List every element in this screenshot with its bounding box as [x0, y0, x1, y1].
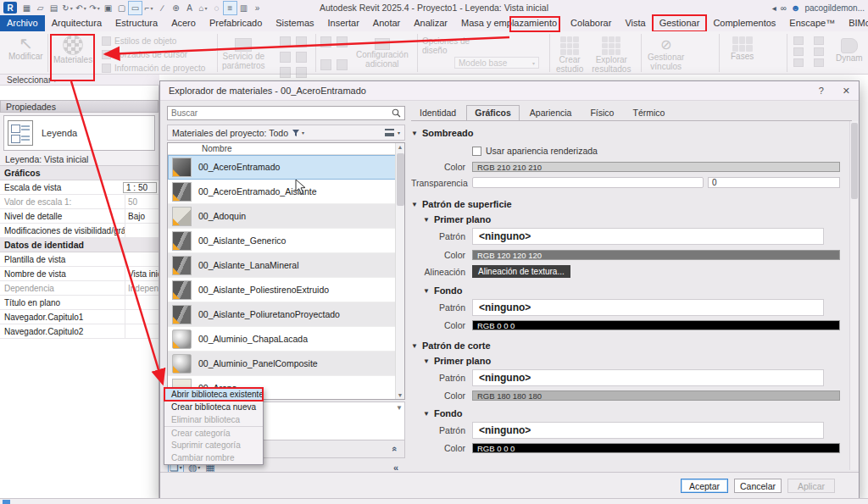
material-search-box[interactable] — [167, 106, 405, 120]
quick-access-icon[interactable]: ↶▾ — [75, 2, 87, 14]
context-menu-item[interactable]: Crear biblioteca nueva — [164, 401, 263, 413]
material-row[interactable]: 00_AceroEntramado — [168, 155, 404, 180]
material-row[interactable]: 00_Adoquin — [168, 204, 404, 229]
use-rendered-appearance-checkbox[interactable] — [472, 147, 481, 156]
collapse-left-icon[interactable]: « — [393, 462, 398, 473]
texture-alignment-button[interactable]: Alineación de textura... — [472, 265, 570, 278]
quick-access-icon[interactable]: » — [251, 2, 264, 14]
ribbon-tab[interactable]: Complementos — [706, 15, 782, 31]
material-tab[interactable]: Gráficos — [466, 105, 520, 120]
material-row[interactable]: 00_Aluminio_ChapaLacada — [168, 327, 404, 352]
view-type-button[interactable]: ▾ — [385, 129, 400, 136]
ribbon-tab[interactable]: Anotar — [366, 15, 407, 31]
ribbon-tab[interactable]: Estructura — [108, 15, 164, 31]
help-icon[interactable]: ? — [819, 86, 824, 97]
property-row[interactable]: Gráficos — [0, 166, 159, 180]
shading-color-swatch[interactable]: RGB 210 210 210 — [472, 162, 840, 172]
material-list-scrollbar[interactable]: ▲ ▼ — [395, 143, 404, 399]
ribbon-tab[interactable]: Prefabricado — [203, 15, 269, 31]
right-pane-scrollbar[interactable] — [849, 121, 858, 470]
quick-access-icon[interactable]: ∕ — [156, 2, 169, 14]
collapse-panel-icon[interactable]: ◂ — [772, 3, 776, 13]
ribbon-tab[interactable]: Archivo — [0, 15, 45, 31]
modify-button[interactable]: ↖ Modificar — [8, 35, 43, 78]
property-row[interactable]: Navegador.Capitulo2 — [0, 324, 159, 339]
property-row[interactable]: Navegador.Capitulo1 — [0, 310, 159, 324]
materials-button[interactable]: Materiales — [53, 35, 92, 78]
ribbon-tab[interactable]: Insertar — [321, 15, 366, 31]
quick-access-icon[interactable]: ▦ — [20, 2, 33, 14]
type-selector[interactable]: Leyenda — [3, 115, 155, 151]
apply-button[interactable]: Aplicar — [787, 479, 835, 493]
surface-bg-color-swatch[interactable]: RGB 0 0 0 — [472, 320, 840, 330]
search-binoculars-icon[interactable]: ∞ — [781, 3, 787, 13]
material-tab[interactable]: Físico — [581, 105, 622, 120]
parameter-service-button[interactable]: Servicio deparámetros — [222, 38, 265, 81]
cut-fg-color-swatch[interactable]: RGB 180 180 180 — [472, 390, 840, 401]
accept-button[interactable]: Aceptar — [681, 479, 728, 493]
quick-access-icon[interactable]: A — [183, 2, 196, 14]
transparency-slider[interactable] — [472, 177, 704, 188]
context-menu-item[interactable]: Suprimir categoría — [164, 439, 263, 451]
user-avatar-icon[interactable]: ☻ — [791, 3, 801, 13]
filter-icon[interactable] — [292, 129, 300, 137]
ribbon-tab[interactable]: Enscape™ — [782, 15, 842, 31]
create-study-button[interactable]: Crearestudio — [556, 36, 583, 80]
section-superficie-primer-plano[interactable]: ▼Primer plano — [423, 214, 843, 224]
property-row[interactable]: Modificaciones de visibilidad/gráfico — [0, 224, 159, 238]
quick-access-icon[interactable]: ▥ — [237, 2, 250, 14]
scroll-down-icon[interactable]: ▼ — [396, 404, 403, 412]
cut-bg-pattern-field[interactable]: <ninguno> — [472, 422, 824, 439]
surface-bg-pattern-field[interactable]: <ninguno> — [472, 299, 824, 316]
quick-access-icon[interactable]: ▣ — [102, 2, 114, 14]
additional-settings-button[interactable]: Configuraciónadicional — [356, 38, 409, 81]
property-row[interactable]: Plantilla de vista — [0, 252, 159, 267]
ribbon-tab[interactable]: Masa y emplazamiento — [454, 15, 564, 31]
material-row[interactable]: 00_AceroEntramado_Aislante — [168, 180, 404, 204]
material-row[interactable]: 00_Aislante_PoliestirenoExtruido — [168, 278, 404, 302]
scroll-down-icon[interactable]: ▼ — [396, 392, 404, 398]
material-tab[interactable]: Identidad — [411, 105, 465, 120]
context-menu-item[interactable]: Abrir biblioteca existente — [164, 388, 263, 401]
property-row[interactable]: Valor de escala 1: 50 — [0, 195, 159, 209]
quick-access-icon[interactable]: ▤ — [47, 2, 60, 14]
ribbon-tab[interactable]: BIMcollab — [842, 15, 868, 31]
signed-in-user[interactable]: pacogildemon... — [804, 3, 865, 13]
section-patron-superficie[interactable]: ▼Patrón de superficie — [411, 199, 843, 209]
object-styles-button[interactable]: Estilos de objeto — [102, 35, 205, 47]
property-row[interactable]: Título en plano — [0, 296, 159, 310]
revit-logo[interactable]: R — [3, 2, 17, 14]
property-row[interactable]: Nombre de vista Vista inici — [0, 267, 159, 281]
quick-access-icon[interactable]: ▱ — [34, 2, 47, 14]
project-materials-bar[interactable]: Materiales del proyecto: Todo ▾ ▾ — [167, 125, 405, 141]
quick-access-icon[interactable]: ≡ — [224, 2, 236, 14]
material-row[interactable]: 00_Aislante_Generico — [168, 229, 404, 253]
ribbon-tab[interactable]: Arquitectura — [45, 15, 108, 31]
surface-fg-pattern-field[interactable]: <ninguno> — [472, 228, 824, 245]
quick-access-icon[interactable]: ◌ — [210, 2, 223, 14]
cancel-button[interactable]: Cancelar — [734, 479, 782, 493]
properties-header[interactable]: Propiedades — [0, 100, 159, 113]
section-superficie-fondo[interactable]: ▼Fondo — [423, 285, 843, 296]
context-menu-item[interactable]: Crear categoría — [164, 426, 263, 439]
quick-access-icon[interactable]: ▭ — [129, 2, 142, 14]
property-row[interactable]: Nivel de detalle Bajo — [0, 209, 159, 224]
ribbon-tab[interactable]: Gestionar — [653, 15, 707, 31]
property-row[interactable]: Escala de vista 1 : 50 — [0, 180, 159, 195]
scroll-up-icon[interactable]: ▲ — [396, 144, 404, 150]
quick-access-icon[interactable]: ⌐▾ — [142, 2, 155, 14]
section-corte-fondo[interactable]: ▼Fondo — [423, 408, 843, 418]
ribbon-tab[interactable]: Analizar — [407, 15, 454, 31]
ribbon-tab[interactable]: Acero — [164, 15, 203, 31]
quick-access-icon[interactable]: ⊕ — [170, 2, 182, 14]
ribbon-tab[interactable]: Sistemas — [269, 15, 320, 31]
snaps-button[interactable]: Forzados de cursor — [102, 48, 205, 61]
material-row[interactable]: 00_Aislante_LanaMineral — [168, 253, 404, 278]
context-menu-item[interactable]: Cambiar nombre — [164, 451, 263, 464]
ribbon-tab[interactable]: Colaborar — [564, 15, 618, 31]
manage-links-button[interactable]: ⊘ Gestionarvínculos — [648, 36, 684, 80]
quick-access-icon[interactable]: ▢ — [115, 2, 128, 14]
search-input[interactable] — [171, 108, 392, 118]
material-tab[interactable]: Térmico — [624, 105, 673, 120]
dialog-title-bar[interactable]: Explorador de materiales - 00_AceroEntra… — [160, 81, 859, 101]
